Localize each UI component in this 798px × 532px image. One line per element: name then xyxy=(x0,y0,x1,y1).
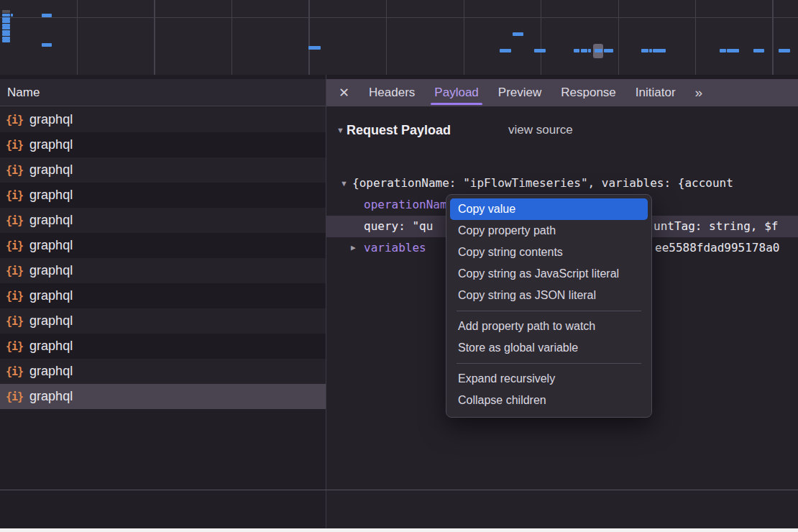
table-row[interactable]: {i}graphql xyxy=(0,233,326,258)
close-icon[interactable]: ✕ xyxy=(339,85,349,101)
property-key: variables xyxy=(364,237,426,259)
request-timing-bar[interactable] xyxy=(308,46,321,50)
request-name: graphql xyxy=(29,137,73,152)
menu-item-expand-recursively[interactable]: Expand recursively xyxy=(450,368,648,390)
request-name: graphql xyxy=(29,162,73,177)
json-braces-icon: {i} xyxy=(0,315,29,328)
request-name: graphql xyxy=(29,364,73,378)
query-key-fragment: query: "qu xyxy=(364,216,433,237)
network-overview-timeline[interactable] xyxy=(0,0,798,75)
status-bar-separator xyxy=(0,490,798,490)
json-braces-icon: {i} xyxy=(0,390,29,403)
window-bottom-edge xyxy=(0,528,798,532)
request-name: graphql xyxy=(29,263,73,278)
request-name: graphql xyxy=(29,238,73,252)
expand-triangle-icon[interactable]: ▼ xyxy=(340,173,348,194)
json-braces-icon: {i} xyxy=(0,290,29,303)
json-braces-icon: {i} xyxy=(0,164,29,177)
request-timing-bar[interactable] xyxy=(727,49,739,52)
name-column-label: Name xyxy=(7,86,40,99)
request-timing-bar[interactable] xyxy=(2,33,10,36)
request-timing-bar[interactable] xyxy=(513,32,523,36)
table-row[interactable]: {i}graphql xyxy=(0,107,326,132)
request-timing-bar[interactable] xyxy=(753,49,764,52)
view-source-link[interactable]: view source xyxy=(508,119,573,141)
tab-response[interactable]: Response xyxy=(561,79,616,106)
request-timing-bar[interactable] xyxy=(2,10,10,13)
menu-item-copy-string-as-json-literal[interactable]: Copy string as JSON literal xyxy=(450,285,648,306)
table-row[interactable]: {i}graphql xyxy=(0,359,326,384)
payload-summary-text: {operationName: "ipFlowTimeseries", vari… xyxy=(352,173,733,194)
request-timing-bar[interactable] xyxy=(42,43,52,47)
expand-triangle-icon[interactable]: ▶ xyxy=(351,237,356,259)
json-braces-icon: {i} xyxy=(0,365,29,378)
menu-item-store-as-global-variable[interactable]: Store as global variable xyxy=(450,337,648,359)
menu-item-add-property-path-to-watch[interactable]: Add property path to watch xyxy=(450,316,648,337)
request-timing-bar[interactable] xyxy=(649,49,652,52)
json-braces-icon: {i} xyxy=(0,114,29,127)
request-timing-bar[interactable] xyxy=(604,49,613,52)
tab-initiator[interactable]: Initiator xyxy=(636,79,676,106)
request-timing-bar[interactable] xyxy=(2,40,10,42)
menu-item-collapse-children[interactable]: Collapse children xyxy=(450,390,648,411)
request-timing-bar[interactable] xyxy=(720,49,726,52)
request-name: graphql xyxy=(29,313,73,328)
menu-separator xyxy=(457,311,641,311)
table-row[interactable]: {i}graphql xyxy=(0,157,326,183)
devtools-network-panel: Name {i}graphql{i}graphql{i}graphql{i}gr… xyxy=(0,0,798,532)
request-name: graphql xyxy=(29,339,73,353)
more-tabs-icon[interactable]: » xyxy=(695,85,702,101)
collapse-triangle-icon[interactable]: ▼ xyxy=(336,119,344,141)
request-timing-bar[interactable] xyxy=(595,49,602,52)
tab-payload[interactable]: Payload xyxy=(434,79,478,106)
json-braces-icon: {i} xyxy=(0,139,29,152)
request-timing-bar[interactable] xyxy=(779,49,790,52)
request-payload-section-header[interactable]: ▼ Request Payload view source xyxy=(326,119,798,141)
request-timing-bar[interactable] xyxy=(534,49,546,52)
request-timing-bar[interactable] xyxy=(2,20,10,23)
variables-value-fragment: ee5588fdad995178a0 xyxy=(655,237,779,259)
tab-headers[interactable]: Headers xyxy=(369,79,415,106)
request-timing-bar[interactable] xyxy=(42,14,52,17)
table-row[interactable]: {i}graphql xyxy=(0,308,326,334)
name-column-header[interactable]: Name xyxy=(0,79,326,106)
table-row[interactable]: {i}graphql xyxy=(0,183,326,208)
request-timing-bar[interactable] xyxy=(653,49,666,52)
table-row[interactable]: {i}graphql xyxy=(0,384,326,409)
json-braces-icon: {i} xyxy=(0,189,29,202)
menu-separator xyxy=(457,363,641,364)
request-timing-bar[interactable] xyxy=(11,14,13,17)
table-row[interactable]: {i}graphql xyxy=(0,334,326,359)
section-title: Request Payload xyxy=(347,119,451,141)
query-value-fragment: untTag: string, $f xyxy=(653,216,778,237)
menu-item-copy-string-contents[interactable]: Copy string contents xyxy=(450,242,648,263)
table-row[interactable]: {i}graphql xyxy=(0,258,326,283)
payload-root-row[interactable]: ▼ {operationName: "ipFlowTimeseries", va… xyxy=(326,173,798,194)
requests-panel: Name {i}graphql{i}graphql{i}graphql{i}gr… xyxy=(0,79,326,528)
request-timing-bar[interactable] xyxy=(641,49,648,52)
json-braces-icon: {i} xyxy=(0,265,29,278)
menu-item-copy-property-path[interactable]: Copy property path xyxy=(450,220,648,242)
menu-item-copy-string-as-javascript-literal[interactable]: Copy string as JavaScript literal xyxy=(450,263,648,285)
overview-divider-line xyxy=(0,17,798,18)
table-row[interactable]: {i}graphql xyxy=(0,208,326,233)
json-braces-icon: {i} xyxy=(0,340,29,353)
table-row[interactable]: {i}graphql xyxy=(0,283,326,308)
tab-preview[interactable]: Preview xyxy=(498,79,541,106)
request-name: graphql xyxy=(29,188,73,202)
table-row[interactable]: {i}graphql xyxy=(0,132,326,157)
request-timing-bar[interactable] xyxy=(500,49,511,52)
request-timing-bar[interactable] xyxy=(588,49,591,52)
detail-tab-bar: ✕ HeadersPayloadPreviewResponseInitiator… xyxy=(326,79,798,106)
request-timing-bar[interactable] xyxy=(574,49,579,52)
menu-item-copy-value[interactable]: Copy value xyxy=(450,198,648,220)
request-name: graphql xyxy=(29,112,73,127)
context-menu: Copy valueCopy property pathCopy string … xyxy=(446,194,652,418)
json-braces-icon: {i} xyxy=(0,214,29,227)
request-timing-bar[interactable] xyxy=(2,14,10,17)
request-timing-bar[interactable] xyxy=(581,49,587,52)
request-name: graphql xyxy=(29,389,73,403)
request-timing-bar[interactable] xyxy=(2,27,10,29)
request-name: graphql xyxy=(29,288,73,303)
request-name: graphql xyxy=(29,213,73,227)
